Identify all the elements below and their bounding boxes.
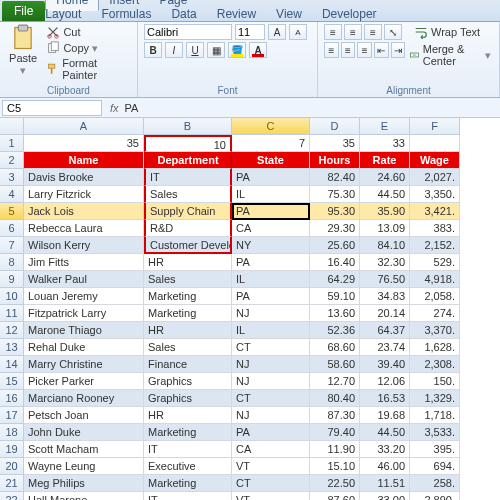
row-header-2[interactable]: 2 bbox=[0, 152, 24, 169]
align-top-button[interactable]: ≡ bbox=[324, 24, 342, 40]
col-header-E[interactable]: E bbox=[360, 118, 410, 135]
cell-C20[interactable]: VT bbox=[232, 458, 310, 475]
row-header-4[interactable]: 4 bbox=[0, 186, 24, 203]
cell-D19[interactable]: 11.90 bbox=[310, 441, 360, 458]
cell-E17[interactable]: 19.68 bbox=[360, 407, 410, 424]
row-header-3[interactable]: 3 bbox=[0, 169, 24, 186]
cell-A6[interactable]: Rebecca Laura bbox=[24, 220, 144, 237]
cell-B4[interactable]: Sales bbox=[144, 186, 232, 203]
cell-D13[interactable]: 68.60 bbox=[310, 339, 360, 356]
row-header-21[interactable]: 21 bbox=[0, 475, 24, 492]
cell-B21[interactable]: Marketing bbox=[144, 475, 232, 492]
cell-A9[interactable]: Walker Paul bbox=[24, 271, 144, 288]
cell-C13[interactable]: CT bbox=[232, 339, 310, 356]
cell-E7[interactable]: 84.10 bbox=[360, 237, 410, 254]
col-header-A[interactable]: A bbox=[24, 118, 144, 135]
font-name-select[interactable] bbox=[144, 24, 232, 40]
cell-A11[interactable]: Fitzpatrick Larry bbox=[24, 305, 144, 322]
cell-C17[interactable]: NJ bbox=[232, 407, 310, 424]
cell-B14[interactable]: Finance bbox=[144, 356, 232, 373]
row-header-7[interactable]: 7 bbox=[0, 237, 24, 254]
row-header-17[interactable]: 17 bbox=[0, 407, 24, 424]
col-header-D[interactable]: D bbox=[310, 118, 360, 135]
cell-E18[interactable]: 44.50 bbox=[360, 424, 410, 441]
cell-E5[interactable]: 35.90 bbox=[360, 203, 410, 220]
cell-D20[interactable]: 15.10 bbox=[310, 458, 360, 475]
row-header-18[interactable]: 18 bbox=[0, 424, 24, 441]
cell-C14[interactable]: NJ bbox=[232, 356, 310, 373]
cell-B8[interactable]: HR bbox=[144, 254, 232, 271]
cell-E6[interactable]: 13.09 bbox=[360, 220, 410, 237]
cell-E10[interactable]: 34.83 bbox=[360, 288, 410, 305]
align-middle-button[interactable]: ≡ bbox=[344, 24, 362, 40]
row-header-8[interactable]: 8 bbox=[0, 254, 24, 271]
row-header-14[interactable]: 14 bbox=[0, 356, 24, 373]
row-header-9[interactable]: 9 bbox=[0, 271, 24, 288]
row-header-6[interactable]: 6 bbox=[0, 220, 24, 237]
cut-button[interactable]: Cut bbox=[44, 24, 131, 40]
cell-F21[interactable]: 258. bbox=[410, 475, 460, 492]
cell-C5[interactable]: PA bbox=[232, 203, 310, 220]
cell-C11[interactable]: NJ bbox=[232, 305, 310, 322]
cell-F19[interactable]: 395. bbox=[410, 441, 460, 458]
col-header-F[interactable]: F bbox=[410, 118, 460, 135]
cell-D17[interactable]: 87.30 bbox=[310, 407, 360, 424]
cell-A8[interactable]: Jim Fitts bbox=[24, 254, 144, 271]
cell-D6[interactable]: 29.30 bbox=[310, 220, 360, 237]
cell-D3[interactable]: 82.40 bbox=[310, 169, 360, 186]
cell-F8[interactable]: 529. bbox=[410, 254, 460, 271]
cell-F14[interactable]: 2,308. bbox=[410, 356, 460, 373]
cell-B15[interactable]: Graphics bbox=[144, 373, 232, 390]
row-header-16[interactable]: 16 bbox=[0, 390, 24, 407]
cell-C6[interactable]: CA bbox=[232, 220, 310, 237]
cell-E15[interactable]: 12.06 bbox=[360, 373, 410, 390]
underline-button[interactable]: U bbox=[186, 42, 204, 58]
cell-A20[interactable]: Wayne Leung bbox=[24, 458, 144, 475]
cell-D1[interactable]: 35 bbox=[310, 135, 360, 152]
align-right-button[interactable]: ≡ bbox=[357, 42, 372, 58]
cell-A19[interactable]: Scott Macham bbox=[24, 441, 144, 458]
cell-D4[interactable]: 75.30 bbox=[310, 186, 360, 203]
cell-A15[interactable]: Picker Parker bbox=[24, 373, 144, 390]
cell-B1[interactable]: 10 bbox=[144, 135, 232, 152]
header-B[interactable]: Department bbox=[144, 152, 232, 169]
header-F[interactable]: Wage bbox=[410, 152, 460, 169]
cell-A16[interactable]: Marciano Rooney bbox=[24, 390, 144, 407]
cell-F16[interactable]: 1,329. bbox=[410, 390, 460, 407]
cell-C22[interactable]: VT bbox=[232, 492, 310, 500]
cell-E16[interactable]: 16.53 bbox=[360, 390, 410, 407]
cell-A21[interactable]: Meg Philips bbox=[24, 475, 144, 492]
cell-A4[interactable]: Larry Fitzrick bbox=[24, 186, 144, 203]
cell-F3[interactable]: 2,027. bbox=[410, 169, 460, 186]
cell-D21[interactable]: 22.50 bbox=[310, 475, 360, 492]
tab-developer[interactable]: Developer bbox=[312, 4, 387, 24]
row-header-12[interactable]: 12 bbox=[0, 322, 24, 339]
cell-C21[interactable]: CT bbox=[232, 475, 310, 492]
cell-F15[interactable]: 150. bbox=[410, 373, 460, 390]
tab-formulas[interactable]: Formulas bbox=[91, 4, 161, 24]
grow-font-button[interactable]: A bbox=[268, 24, 286, 40]
cell-D22[interactable]: 87.60 bbox=[310, 492, 360, 500]
cell-B9[interactable]: Sales bbox=[144, 271, 232, 288]
cell-F12[interactable]: 3,370. bbox=[410, 322, 460, 339]
shrink-font-button[interactable]: A bbox=[289, 24, 307, 40]
cell-B11[interactable]: Marketing bbox=[144, 305, 232, 322]
cell-E3[interactable]: 24.60 bbox=[360, 169, 410, 186]
row-header-13[interactable]: 13 bbox=[0, 339, 24, 356]
cell-B12[interactable]: HR bbox=[144, 322, 232, 339]
row-header-20[interactable]: 20 bbox=[0, 458, 24, 475]
cell-A7[interactable]: Wilson Kerry bbox=[24, 237, 144, 254]
cell-E8[interactable]: 32.30 bbox=[360, 254, 410, 271]
cell-B19[interactable]: IT bbox=[144, 441, 232, 458]
tab-data[interactable]: Data bbox=[161, 4, 206, 24]
formula-value[interactable]: PA bbox=[125, 102, 139, 114]
cell-E9[interactable]: 76.50 bbox=[360, 271, 410, 288]
cell-E11[interactable]: 20.14 bbox=[360, 305, 410, 322]
cell-B10[interactable]: Marketing bbox=[144, 288, 232, 305]
cell-E13[interactable]: 23.74 bbox=[360, 339, 410, 356]
cell-C10[interactable]: PA bbox=[232, 288, 310, 305]
cell-C9[interactable]: IL bbox=[232, 271, 310, 288]
cell-C15[interactable]: NJ bbox=[232, 373, 310, 390]
cell-C16[interactable]: CT bbox=[232, 390, 310, 407]
cell-F10[interactable]: 2,058. bbox=[410, 288, 460, 305]
